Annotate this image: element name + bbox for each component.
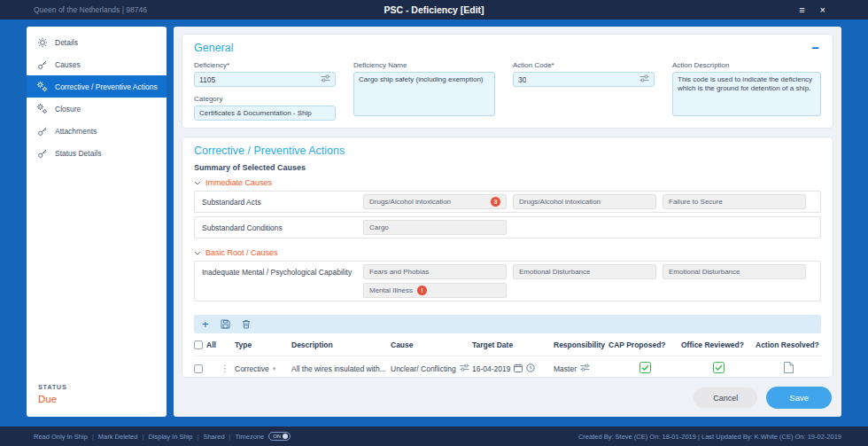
sidebar-item-closure[interactable]: Closure: [27, 98, 167, 120]
header-office-reviewed: Office Reviewed?: [681, 340, 744, 349]
target-date-cell[interactable]: 16-04-2019: [472, 364, 554, 374]
footer-timezone[interactable]: Timezone: [236, 433, 265, 441]
clock-icon[interactable]: [526, 364, 535, 374]
footer-separator: |: [197, 433, 198, 441]
cause-category-label: Substandard Conditions: [195, 220, 363, 232]
content-panel: General − Deficiency* 1105 Cate: [174, 27, 841, 417]
responsibility-cell[interactable]: Master: [554, 364, 608, 373]
chevron-down-icon: ▾: [273, 365, 276, 372]
category-label: Category: [194, 95, 336, 103]
sidebar-item-corrective-preventive-actions[interactable]: Corrective / Preventive Actions: [27, 75, 167, 98]
general-section: General − Deficiency* 1105 Cate: [182, 34, 833, 129]
footer-separator: |: [92, 433, 94, 441]
lookup-sliders-icon[interactable]: [460, 364, 469, 373]
action-description-textarea[interactable]: This code is used to indicate the defici…: [672, 72, 821, 116]
header-cap-proposed: CAP Proposed?: [608, 340, 666, 349]
header-responsibility: Responsibility: [554, 340, 605, 349]
footer-shared[interactable]: Shared: [203, 433, 224, 441]
status-label: STATUS: [38, 383, 155, 391]
cap-proposed-check-icon[interactable]: [639, 362, 651, 375]
cause-value-cell: Fears and Phobias: [363, 264, 507, 279]
sidebar-item-label: Corrective / Preventive Actions: [55, 82, 158, 91]
close-icon[interactable]: ×: [820, 5, 825, 15]
cancel-button[interactable]: Cancel: [694, 387, 757, 408]
footer-mark-deleted[interactable]: Mark Deleted: [98, 433, 138, 441]
add-action-button[interactable]: +: [202, 318, 209, 330]
warning-badge[interactable]: !: [417, 286, 427, 295]
cause-row: Substandard Conditions Cargo: [194, 216, 821, 239]
delete-action-icon[interactable]: [242, 319, 251, 329]
action-resolved-file-icon[interactable]: [784, 362, 794, 375]
toggle-state-label: ON: [273, 434, 281, 439]
footer-separator: |: [229, 433, 231, 441]
footer-display-in-ship[interactable]: Display In Ship: [148, 433, 192, 441]
sidebar-item-details[interactable]: Details: [27, 31, 167, 53]
audit-info: Created By: Steve (CE) On: 18-01-2019 | …: [578, 433, 841, 441]
form-actions: Cancel Save: [182, 386, 833, 410]
lookup-sliders-icon[interactable]: [639, 74, 649, 84]
status-panel: STATUS Due: [27, 376, 167, 417]
sidebar-item-label: Status Details: [55, 149, 101, 158]
table-row: ⋮ Corrective ▾ All the wires insulated w…: [194, 356, 821, 378]
corrective-actions-icon: [36, 81, 48, 92]
header-type: Type: [235, 340, 252, 349]
vessel-info: Queen of the Netherlands | 98746: [34, 5, 147, 14]
lookup-sliders-icon[interactable]: [321, 74, 330, 84]
deficiency-input[interactable]: 1105: [194, 72, 336, 87]
cause-value-cell: Failure to Secure: [663, 194, 806, 209]
cause-value-cell: Emotional Disturbance: [513, 264, 656, 279]
summary-of-selected-causes-label: Summary of Selected Causes: [194, 163, 821, 172]
footer-bar: Read Only In Ship | Mark Deleted | Displ…: [0, 426, 868, 446]
cause-value-cell: Mental Illness !: [363, 283, 507, 298]
window-title: PSC - Deficiency [Edit]: [384, 4, 484, 15]
header-action-resolved: Action Resolved?: [756, 340, 819, 349]
collapse-icon[interactable]: −: [810, 43, 821, 53]
description-cell[interactable]: All the wires insulated with...: [291, 364, 391, 373]
type-dropdown[interactable]: Corrective ▾: [235, 364, 291, 373]
save-button[interactable]: Save: [766, 387, 832, 409]
cause-value-cell: Drugs/Alcohol intoxication 3: [363, 194, 507, 209]
closure-icon: [36, 103, 48, 114]
basic-root-causes-header[interactable]: Basic Root / Causes: [194, 248, 821, 257]
app-window: Queen of the Netherlands | 98746 PSC - D…: [0, 0, 868, 446]
select-all-checkbox[interactable]: [194, 340, 203, 349]
timezone-toggle[interactable]: ON: [268, 432, 291, 441]
title-bar: Queen of the Netherlands | 98746 PSC - D…: [0, 0, 868, 20]
lookup-sliders-icon[interactable]: [580, 364, 590, 373]
details-icon: [36, 36, 48, 48]
action-code-input[interactable]: 30: [513, 72, 655, 87]
row-checkbox[interactable]: [194, 364, 203, 373]
cause-row: Substandard Acts Drugs/Alcohol intoxicat…: [194, 191, 821, 213]
basic-root-causes-group: Basic Root / Causes Inadequate Mental / …: [194, 242, 821, 305]
row-menu-icon[interactable]: ⋮: [221, 364, 235, 373]
sidebar-item-status-details[interactable]: Status Details: [27, 142, 167, 164]
cause-value-cell: Emotional Disturbance: [663, 264, 806, 279]
sidebar-item-causes[interactable]: Causes: [27, 53, 167, 75]
sidebar: Details Causes Corrective / Preventive A…: [27, 27, 167, 417]
sidebar-item-label: Closure: [55, 105, 81, 113]
sidebar-item-attachments[interactable]: Attachments: [27, 120, 167, 142]
calendar-icon[interactable]: [514, 364, 523, 374]
cause-lookup-cell[interactable]: Unclear/ Conflicting: [391, 364, 472, 373]
sidebar-item-label: Details: [55, 38, 78, 47]
main-area: Details Causes Corrective / Preventive A…: [0, 20, 868, 426]
save-action-icon[interactable]: [221, 319, 230, 329]
office-reviewed-check-icon[interactable]: [713, 362, 725, 375]
count-badge[interactable]: 3: [491, 197, 500, 207]
corrective-section-title: Corrective / Preventive Actions: [194, 145, 821, 157]
header-target-date: Target Date: [472, 340, 513, 349]
chevron-down-icon: [194, 248, 201, 257]
menu-icon[interactable]: ≡: [799, 5, 804, 15]
immediate-causes-header[interactable]: Immediate Causes: [194, 178, 821, 187]
cause-value-cell: Cargo: [363, 220, 507, 235]
action-code-label: Action Code*: [513, 61, 655, 69]
footer-read-only-in-ship[interactable]: Read Only In Ship: [34, 433, 88, 441]
cause-row: Inadequate Mental / Psychological Capabi…: [194, 261, 821, 301]
chevron-down-icon: [194, 178, 201, 187]
category-input[interactable]: Certificates & Documentation - Ship: [194, 106, 336, 121]
deficiency-name-textarea[interactable]: Cargo ship safety (including exemption): [353, 72, 495, 116]
toggle-knob-icon: [283, 434, 288, 439]
sidebar-item-label: Causes: [55, 60, 81, 69]
footer-separator: |: [142, 433, 143, 441]
cause-category-label: Inadequate Mental / Psychological Capabi…: [195, 264, 363, 277]
